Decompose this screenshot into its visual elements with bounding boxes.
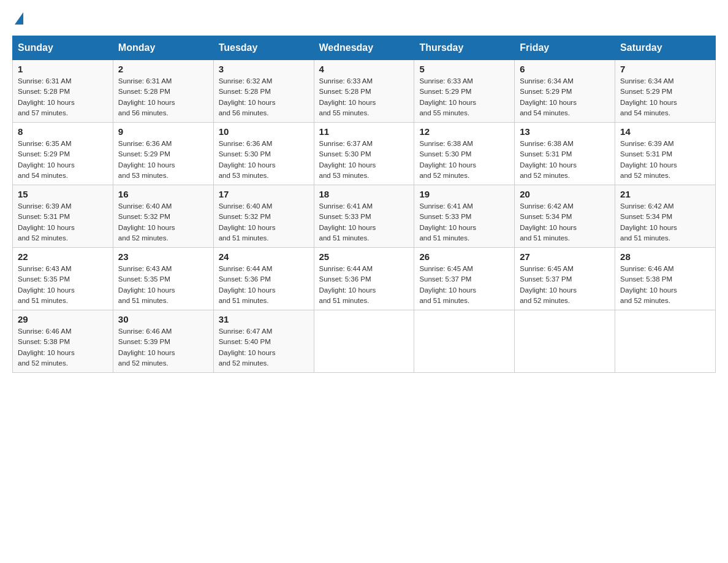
day-number: 5 [419, 64, 509, 74]
day-number: 27 [520, 251, 610, 262]
day-info: Sunrise: 6:32 AMSunset: 5:28 PMDaylight:… [219, 76, 309, 118]
day-number: 9 [118, 126, 208, 137]
day-info: Sunrise: 6:39 AMSunset: 5:31 PMDaylight:… [620, 139, 710, 181]
day-info: Sunrise: 6:34 AMSunset: 5:29 PMDaylight:… [520, 76, 610, 118]
day-info: Sunrise: 6:41 AMSunset: 5:33 PMDaylight:… [419, 201, 509, 243]
day-header-friday: Friday [515, 36, 615, 60]
day-info: Sunrise: 6:38 AMSunset: 5:30 PMDaylight:… [419, 139, 509, 181]
day-number: 28 [620, 251, 710, 262]
calendar-cell: 12Sunrise: 6:38 AMSunset: 5:30 PMDayligh… [414, 123, 515, 185]
day-info: Sunrise: 6:43 AMSunset: 5:35 PMDaylight:… [118, 264, 208, 306]
day-info: Sunrise: 6:45 AMSunset: 5:37 PMDaylight:… [520, 264, 610, 306]
day-info: Sunrise: 6:35 AMSunset: 5:29 PMDaylight:… [18, 139, 108, 181]
calendar-week-row: 22Sunrise: 6:43 AMSunset: 5:35 PMDayligh… [13, 248, 716, 310]
calendar-cell: 5Sunrise: 6:33 AMSunset: 5:29 PMDaylight… [414, 60, 515, 123]
day-number: 7 [620, 64, 710, 74]
calendar-header-row: SundayMondayTuesdayWednesdayThursdayFrid… [13, 36, 716, 60]
day-number: 17 [219, 189, 309, 199]
calendar-cell: 24Sunrise: 6:44 AMSunset: 5:36 PMDayligh… [213, 248, 314, 310]
day-info: Sunrise: 6:43 AMSunset: 5:35 PMDaylight:… [18, 264, 108, 306]
calendar-cell: 20Sunrise: 6:42 AMSunset: 5:34 PMDayligh… [515, 185, 615, 248]
day-number: 1 [18, 64, 108, 74]
calendar-cell: 18Sunrise: 6:41 AMSunset: 5:33 PMDayligh… [314, 185, 414, 248]
day-number: 2 [118, 64, 208, 74]
calendar-cell: 21Sunrise: 6:42 AMSunset: 5:34 PMDayligh… [615, 185, 716, 248]
page-header [12, 12, 716, 23]
day-number: 14 [620, 126, 710, 137]
day-info: Sunrise: 6:42 AMSunset: 5:34 PMDaylight:… [620, 201, 710, 243]
calendar-week-row: 29Sunrise: 6:46 AMSunset: 5:38 PMDayligh… [13, 310, 716, 373]
day-info: Sunrise: 6:45 AMSunset: 5:37 PMDaylight:… [419, 264, 509, 306]
calendar-cell: 2Sunrise: 6:31 AMSunset: 5:28 PMDaylight… [113, 60, 213, 123]
logo-triangle-icon [15, 12, 23, 25]
calendar-cell [314, 310, 414, 373]
calendar-cell [615, 310, 716, 373]
calendar-cell: 26Sunrise: 6:45 AMSunset: 5:37 PMDayligh… [414, 248, 515, 310]
day-number: 12 [419, 126, 509, 137]
day-number: 30 [118, 314, 208, 324]
calendar-cell: 3Sunrise: 6:32 AMSunset: 5:28 PMDaylight… [213, 60, 314, 123]
calendar-week-row: 1Sunrise: 6:31 AMSunset: 5:28 PMDaylight… [13, 60, 716, 123]
logo [12, 12, 23, 23]
day-number: 13 [520, 126, 610, 137]
calendar-cell: 16Sunrise: 6:40 AMSunset: 5:32 PMDayligh… [113, 185, 213, 248]
calendar-cell: 31Sunrise: 6:47 AMSunset: 5:40 PMDayligh… [213, 310, 314, 373]
calendar-cell: 9Sunrise: 6:36 AMSunset: 5:29 PMDaylight… [113, 123, 213, 185]
calendar-cell: 6Sunrise: 6:34 AMSunset: 5:29 PMDaylight… [515, 60, 615, 123]
day-info: Sunrise: 6:46 AMSunset: 5:38 PMDaylight:… [620, 264, 710, 306]
day-header-wednesday: Wednesday [314, 36, 414, 60]
day-number: 21 [620, 189, 710, 199]
calendar-cell: 11Sunrise: 6:37 AMSunset: 5:30 PMDayligh… [314, 123, 414, 185]
calendar-cell: 23Sunrise: 6:43 AMSunset: 5:35 PMDayligh… [113, 248, 213, 310]
day-number: 31 [219, 314, 309, 324]
day-number: 26 [419, 251, 509, 262]
calendar-cell: 10Sunrise: 6:36 AMSunset: 5:30 PMDayligh… [213, 123, 314, 185]
day-number: 11 [319, 126, 409, 137]
day-info: Sunrise: 6:34 AMSunset: 5:29 PMDaylight:… [620, 76, 710, 118]
calendar-cell: 22Sunrise: 6:43 AMSunset: 5:35 PMDayligh… [13, 248, 113, 310]
day-info: Sunrise: 6:40 AMSunset: 5:32 PMDaylight:… [219, 201, 309, 243]
day-header-thursday: Thursday [414, 36, 515, 60]
day-header-monday: Monday [113, 36, 213, 60]
calendar-cell: 13Sunrise: 6:38 AMSunset: 5:31 PMDayligh… [515, 123, 615, 185]
day-number: 4 [319, 64, 409, 74]
day-number: 15 [18, 189, 108, 199]
calendar-week-row: 15Sunrise: 6:39 AMSunset: 5:31 PMDayligh… [13, 185, 716, 248]
day-number: 25 [319, 251, 409, 262]
day-info: Sunrise: 6:31 AMSunset: 5:28 PMDaylight:… [18, 76, 108, 118]
calendar-cell: 8Sunrise: 6:35 AMSunset: 5:29 PMDaylight… [13, 123, 113, 185]
day-info: Sunrise: 6:36 AMSunset: 5:30 PMDaylight:… [219, 139, 309, 181]
day-info: Sunrise: 6:36 AMSunset: 5:29 PMDaylight:… [118, 139, 208, 181]
calendar-cell: 28Sunrise: 6:46 AMSunset: 5:38 PMDayligh… [615, 248, 716, 310]
calendar-cell: 25Sunrise: 6:44 AMSunset: 5:36 PMDayligh… [314, 248, 414, 310]
day-info: Sunrise: 6:46 AMSunset: 5:39 PMDaylight:… [118, 326, 208, 369]
day-number: 16 [118, 189, 208, 199]
day-info: Sunrise: 6:44 AMSunset: 5:36 PMDaylight:… [219, 264, 309, 306]
calendar-cell [515, 310, 615, 373]
day-number: 22 [18, 251, 108, 262]
calendar-cell: 27Sunrise: 6:45 AMSunset: 5:37 PMDayligh… [515, 248, 615, 310]
day-info: Sunrise: 6:47 AMSunset: 5:40 PMDaylight:… [219, 326, 309, 369]
calendar-cell: 4Sunrise: 6:33 AMSunset: 5:28 PMDaylight… [314, 60, 414, 123]
day-info: Sunrise: 6:38 AMSunset: 5:31 PMDaylight:… [520, 139, 610, 181]
day-number: 23 [118, 251, 208, 262]
calendar-cell [414, 310, 515, 373]
calendar-cell: 30Sunrise: 6:46 AMSunset: 5:39 PMDayligh… [113, 310, 213, 373]
day-info: Sunrise: 6:33 AMSunset: 5:28 PMDaylight:… [319, 76, 409, 118]
day-number: 24 [219, 251, 309, 262]
day-number: 6 [520, 64, 610, 74]
calendar-cell: 15Sunrise: 6:39 AMSunset: 5:31 PMDayligh… [13, 185, 113, 248]
calendar-week-row: 8Sunrise: 6:35 AMSunset: 5:29 PMDaylight… [13, 123, 716, 185]
calendar-cell: 14Sunrise: 6:39 AMSunset: 5:31 PMDayligh… [615, 123, 716, 185]
day-number: 19 [419, 189, 509, 199]
day-number: 18 [319, 189, 409, 199]
day-info: Sunrise: 6:39 AMSunset: 5:31 PMDaylight:… [18, 201, 108, 243]
day-info: Sunrise: 6:40 AMSunset: 5:32 PMDaylight:… [118, 201, 208, 243]
day-info: Sunrise: 6:33 AMSunset: 5:29 PMDaylight:… [419, 76, 509, 118]
day-number: 29 [18, 314, 108, 324]
calendar-cell: 17Sunrise: 6:40 AMSunset: 5:32 PMDayligh… [213, 185, 314, 248]
day-header-saturday: Saturday [615, 36, 716, 60]
day-number: 10 [219, 126, 309, 137]
day-info: Sunrise: 6:31 AMSunset: 5:28 PMDaylight:… [118, 76, 208, 118]
calendar-table: SundayMondayTuesdayWednesdayThursdayFrid… [12, 36, 716, 373]
